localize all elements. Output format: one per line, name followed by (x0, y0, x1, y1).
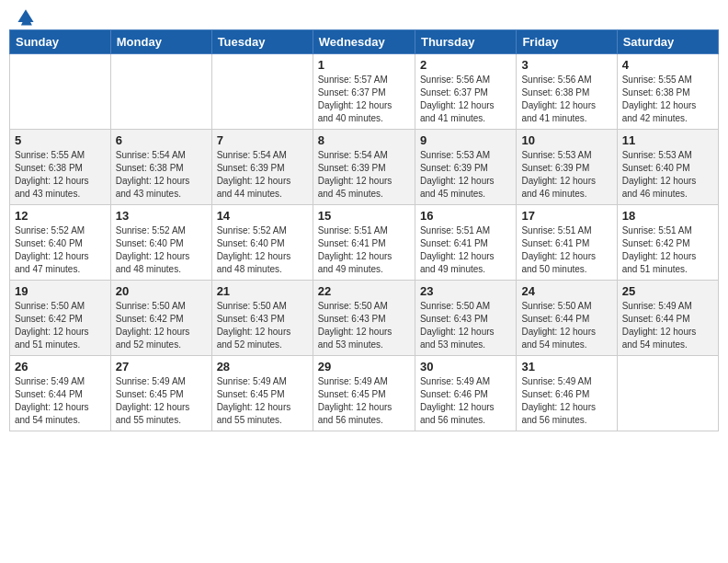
week-row-4: 19Sunrise: 5:50 AMSunset: 6:42 PMDayligh… (10, 281, 719, 356)
weekday-header-tuesday: Tuesday (211, 30, 313, 54)
day-number: 13 (116, 209, 207, 223)
day-info: Sunrise: 5:52 AMSunset: 6:40 PMDaylight:… (217, 224, 308, 276)
day-info: Sunrise: 5:49 AMSunset: 6:45 PMDaylight:… (116, 375, 207, 427)
calendar-cell: 30Sunrise: 5:49 AMSunset: 6:46 PMDayligh… (415, 356, 516, 431)
calendar-cell: 25Sunrise: 5:49 AMSunset: 6:44 PMDayligh… (617, 281, 718, 356)
day-info: Sunrise: 5:53 AMSunset: 6:40 PMDaylight:… (622, 149, 713, 201)
day-info: Sunrise: 5:57 AMSunset: 6:37 PMDaylight:… (318, 74, 410, 125)
calendar-cell: 7Sunrise: 5:54 AMSunset: 6:39 PMDaylight… (211, 130, 313, 205)
day-number: 19 (15, 284, 106, 298)
day-info: Sunrise: 5:49 AMSunset: 6:45 PMDaylight:… (318, 375, 410, 427)
day-info: Sunrise: 5:51 AMSunset: 6:41 PMDaylight:… (521, 224, 611, 276)
logo-icon (15, 6, 37, 28)
calendar-cell (110, 54, 211, 130)
day-info: Sunrise: 5:56 AMSunset: 6:37 PMDaylight:… (420, 74, 511, 125)
calendar-cell: 31Sunrise: 5:49 AMSunset: 6:46 PMDayligh… (517, 356, 617, 431)
day-info: Sunrise: 5:55 AMSunset: 6:38 PMDaylight:… (622, 74, 713, 125)
day-number: 11 (622, 133, 713, 147)
day-info: Sunrise: 5:54 AMSunset: 6:39 PMDaylight:… (217, 149, 308, 201)
calendar-cell: 18Sunrise: 5:51 AMSunset: 6:42 PMDayligh… (617, 205, 718, 281)
day-info: Sunrise: 5:51 AMSunset: 6:42 PMDaylight:… (622, 224, 713, 276)
calendar-cell: 13Sunrise: 5:52 AMSunset: 6:40 PMDayligh… (110, 205, 211, 281)
weekday-header-thursday: Thursday (415, 30, 516, 54)
day-number: 24 (521, 284, 611, 298)
day-info: Sunrise: 5:54 AMSunset: 6:39 PMDaylight:… (318, 149, 410, 201)
calendar-cell: 23Sunrise: 5:50 AMSunset: 6:43 PMDayligh… (415, 281, 516, 356)
day-number: 2 (420, 58, 511, 72)
calendar-cell: 15Sunrise: 5:51 AMSunset: 6:41 PMDayligh… (313, 205, 415, 281)
day-number: 15 (318, 209, 410, 223)
week-row-3: 12Sunrise: 5:52 AMSunset: 6:40 PMDayligh… (10, 205, 719, 281)
calendar-cell: 5Sunrise: 5:55 AMSunset: 6:38 PMDaylight… (10, 130, 111, 205)
calendar-cell: 14Sunrise: 5:52 AMSunset: 6:40 PMDayligh… (211, 205, 313, 281)
day-info: Sunrise: 5:49 AMSunset: 6:46 PMDaylight:… (420, 375, 511, 427)
calendar-cell: 11Sunrise: 5:53 AMSunset: 6:40 PMDayligh… (617, 130, 718, 205)
week-row-1: 1Sunrise: 5:57 AMSunset: 6:37 PMDaylight… (10, 54, 719, 130)
weekday-header-saturday: Saturday (617, 30, 718, 54)
day-info: Sunrise: 5:50 AMSunset: 6:43 PMDaylight:… (217, 300, 308, 351)
day-info: Sunrise: 5:51 AMSunset: 6:41 PMDaylight:… (318, 224, 410, 276)
day-number: 9 (420, 133, 511, 147)
calendar-cell: 27Sunrise: 5:49 AMSunset: 6:45 PMDayligh… (110, 356, 211, 431)
calendar-table: SundayMondayTuesdayWednesdayThursdayFrid… (9, 29, 719, 431)
calendar-cell: 2Sunrise: 5:56 AMSunset: 6:37 PMDaylight… (415, 54, 516, 130)
calendar-cell: 6Sunrise: 5:54 AMSunset: 6:38 PMDaylight… (110, 130, 211, 205)
calendar-cell: 1Sunrise: 5:57 AMSunset: 6:37 PMDaylight… (313, 54, 415, 130)
day-number: 18 (622, 209, 713, 223)
day-number: 23 (420, 284, 511, 298)
day-info: Sunrise: 5:53 AMSunset: 6:39 PMDaylight:… (521, 149, 611, 201)
day-info: Sunrise: 5:56 AMSunset: 6:38 PMDaylight:… (521, 74, 611, 125)
day-info: Sunrise: 5:49 AMSunset: 6:44 PMDaylight:… (15, 375, 106, 427)
calendar-cell: 20Sunrise: 5:50 AMSunset: 6:42 PMDayligh… (110, 281, 211, 356)
calendar-cell: 22Sunrise: 5:50 AMSunset: 6:43 PMDayligh… (313, 281, 415, 356)
calendar-cell: 19Sunrise: 5:50 AMSunset: 6:42 PMDayligh… (10, 281, 111, 356)
day-number: 14 (217, 209, 308, 223)
calendar-cell: 26Sunrise: 5:49 AMSunset: 6:44 PMDayligh… (10, 356, 111, 431)
day-number: 26 (15, 360, 106, 373)
day-number: 12 (15, 209, 106, 223)
day-number: 16 (420, 209, 511, 223)
svg-marker-1 (21, 22, 32, 25)
calendar-cell: 10Sunrise: 5:53 AMSunset: 6:39 PMDayligh… (517, 130, 617, 205)
calendar-cell: 8Sunrise: 5:54 AMSunset: 6:39 PMDaylight… (313, 130, 415, 205)
day-number: 25 (622, 284, 713, 298)
week-row-5: 26Sunrise: 5:49 AMSunset: 6:44 PMDayligh… (10, 356, 719, 431)
day-number: 30 (420, 360, 511, 373)
calendar-cell: 24Sunrise: 5:50 AMSunset: 6:44 PMDayligh… (517, 281, 617, 356)
day-info: Sunrise: 5:51 AMSunset: 6:41 PMDaylight:… (420, 224, 511, 276)
weekday-header-friday: Friday (517, 30, 617, 54)
day-number: 22 (318, 284, 410, 298)
week-row-2: 5Sunrise: 5:55 AMSunset: 6:38 PMDaylight… (10, 130, 719, 205)
weekday-header-sunday: Sunday (10, 30, 111, 54)
day-info: Sunrise: 5:54 AMSunset: 6:38 PMDaylight:… (116, 149, 207, 201)
calendar-cell: 16Sunrise: 5:51 AMSunset: 6:41 PMDayligh… (415, 205, 516, 281)
day-info: Sunrise: 5:49 AMSunset: 6:45 PMDaylight:… (217, 375, 308, 427)
day-number: 1 (318, 58, 410, 72)
calendar-cell: 3Sunrise: 5:56 AMSunset: 6:38 PMDaylight… (517, 54, 617, 130)
day-number: 29 (318, 360, 410, 373)
day-number: 17 (521, 209, 611, 223)
calendar-cell: 17Sunrise: 5:51 AMSunset: 6:41 PMDayligh… (517, 205, 617, 281)
day-number: 5 (15, 133, 106, 147)
day-number: 28 (217, 360, 308, 373)
calendar-cell (617, 356, 718, 431)
calendar-cell: 21Sunrise: 5:50 AMSunset: 6:43 PMDayligh… (211, 281, 313, 356)
day-info: Sunrise: 5:52 AMSunset: 6:40 PMDaylight:… (116, 224, 207, 276)
day-number: 6 (116, 133, 207, 147)
calendar-cell (211, 54, 313, 130)
day-number: 10 (521, 133, 611, 147)
day-info: Sunrise: 5:55 AMSunset: 6:38 PMDaylight:… (15, 149, 106, 201)
calendar-cell: 9Sunrise: 5:53 AMSunset: 6:39 PMDaylight… (415, 130, 516, 205)
svg-marker-0 (17, 9, 33, 22)
day-number: 3 (521, 58, 611, 72)
day-number: 21 (217, 284, 308, 298)
logo (13, 9, 37, 22)
day-info: Sunrise: 5:49 AMSunset: 6:46 PMDaylight:… (521, 375, 611, 427)
day-info: Sunrise: 5:53 AMSunset: 6:39 PMDaylight:… (420, 149, 511, 201)
day-number: 31 (521, 360, 611, 373)
day-number: 27 (116, 360, 207, 373)
calendar-cell (10, 54, 111, 130)
calendar-cell: 28Sunrise: 5:49 AMSunset: 6:45 PMDayligh… (211, 356, 313, 431)
day-info: Sunrise: 5:50 AMSunset: 6:44 PMDaylight:… (521, 300, 611, 351)
weekday-header-monday: Monday (110, 30, 211, 54)
